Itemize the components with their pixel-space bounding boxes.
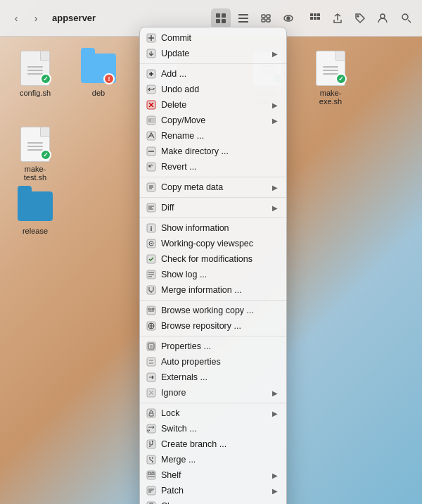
sep-7 [140, 403, 286, 403]
sep-2 [140, 177, 286, 177]
menu-item-shelf[interactable]: Shelf ▶ [140, 467, 286, 483]
switch-label: Switch ... [161, 424, 278, 434]
menu-item-check-for-modifications[interactable]: Check for modifications [140, 251, 286, 267]
menu-item-commit[interactable]: Commit [140, 30, 286, 46]
svg-rect-9 [262, 19, 265, 22]
nav-buttons: ‹ › [7, 9, 45, 27]
menu-item-browse-repository[interactable]: Browse repository ... [140, 318, 286, 334]
menu-item-update[interactable]: Update ▶ [140, 46, 286, 61]
menu-item-revert[interactable]: Revert ... [140, 159, 286, 175]
svg-point-39 [151, 243, 152, 244]
file-item-deb[interactable]: ! deb [77, 51, 120, 97]
lock-label: Lock [161, 408, 268, 418]
grid-view-icon[interactable] [211, 8, 231, 28]
search-button[interactable] [397, 9, 415, 27]
update-icon [146, 48, 157, 59]
file-item-release[interactable]: release [14, 189, 56, 235]
menu-item-undo-add[interactable]: Undo add [140, 82, 286, 97]
properties-label: Properties ... [161, 341, 278, 351]
svg-rect-18 [317, 17, 320, 20]
svg-rect-55 [147, 440, 155, 448]
patch-icon [146, 485, 157, 496]
file-icon-make-exe-sh: ✓ [313, 51, 348, 86]
merge-info-icon [146, 284, 157, 296]
sep-3 [140, 197, 286, 198]
back-button[interactable]: ‹ [7, 9, 25, 27]
svg-line-22 [408, 20, 411, 23]
copy-move-arrow: ▶ [272, 117, 278, 125]
forward-button[interactable]: › [27, 9, 45, 27]
path-view-icon[interactable] [256, 8, 276, 28]
lock-icon [146, 408, 157, 419]
menu-item-delete[interactable]: Delete ▶ [140, 97, 286, 113]
rename-label: Rename ... [161, 131, 278, 141]
menu-item-patch[interactable]: Patch ▶ [140, 483, 286, 498]
menu-item-diff[interactable]: Diff ▶ [140, 200, 286, 215]
menu-item-working-copy-viewspec[interactable]: Working-copy viewspec [140, 236, 286, 251]
menu-item-copy-move[interactable]: Copy/Move ▶ [140, 113, 286, 128]
svg-rect-2 [216, 19, 220, 23]
patch-label: Patch [161, 486, 268, 496]
arrange-icon[interactable] [305, 8, 325, 28]
file-item-make-test-sh[interactable]: ✓ make-test.sh [14, 127, 56, 182]
person-icon[interactable] [373, 8, 392, 28]
undo-add-icon [146, 84, 157, 95]
menu-item-clean[interactable]: Clean ... [140, 498, 286, 504]
menu-item-browse-working-copy[interactable]: Browse working copy ... [140, 303, 286, 318]
view-controls [211, 8, 298, 28]
svg-rect-30 [151, 118, 154, 122]
menu-item-create-branch[interactable]: Create branch ... [140, 436, 286, 452]
delete-label: Delete [161, 100, 268, 110]
menu-item-lock[interactable]: Lock ▶ [140, 405, 286, 421]
menu-item-copy-meta-data[interactable]: Copy meta data ▶ [140, 179, 286, 195]
show-log-icon [146, 269, 157, 280]
share-icon[interactable] [328, 8, 347, 28]
svg-rect-10 [267, 19, 270, 22]
badge-green-make-exe: ✓ [335, 73, 347, 84]
patch-arrow: ▶ [272, 487, 278, 495]
menu-item-show-log[interactable]: Show log ... [140, 267, 286, 282]
menu-item-add[interactable]: Add ... [140, 66, 286, 82]
svg-rect-49 [147, 358, 155, 366]
show-info-label: Show information [161, 223, 278, 233]
commit-label: Commit [161, 33, 278, 43]
context-menu: Commit Update ▶ Add ... Undo add Delete … [139, 27, 287, 504]
diff-label: Diff [161, 203, 268, 213]
list-view-icon[interactable] [234, 8, 253, 28]
clean-label: Clean ... [161, 501, 278, 504]
viewspec-icon [146, 238, 157, 249]
shelf-label: Shelf [161, 470, 268, 480]
menu-item-rename[interactable]: Rename ... [140, 128, 286, 144]
revert-label: Revert ... [161, 162, 278, 172]
tag-icon[interactable] [350, 8, 370, 28]
menu-item-ignore[interactable]: Ignore ▶ [140, 385, 286, 401]
sep-5 [140, 300, 286, 301]
menu-item-switch[interactable]: Switch ... [140, 421, 286, 436]
shelf-arrow: ▶ [272, 472, 278, 479]
copy-move-label: Copy/Move [161, 115, 268, 125]
file-item-config-sh[interactable]: ✓ config.sh [14, 51, 56, 97]
menu-item-auto-properties[interactable]: Auto properties [140, 354, 286, 370]
svg-rect-15 [317, 13, 320, 16]
menu-item-merge-information[interactable]: Merge information ... [140, 282, 286, 298]
menu-item-merge[interactable]: Merge ... [140, 452, 286, 467]
check-mods-label: Check for modifications [161, 254, 278, 264]
menu-item-show-information[interactable]: Show information [140, 220, 286, 236]
action-controls [305, 8, 392, 28]
file-item-make-exe-sh[interactable]: ✓ make-exe.sh [309, 51, 352, 106]
update-label: Update [161, 49, 268, 58]
menu-item-properties[interactable]: Properties ... [140, 339, 286, 354]
menu-item-externals[interactable]: Externals ... [140, 370, 286, 385]
add-label: Add ... [161, 69, 278, 79]
menu-item-make-directory[interactable]: Make directory ... [140, 144, 286, 159]
check-mods-icon [146, 253, 157, 265]
ignore-arrow: ▶ [272, 389, 278, 397]
svg-rect-14 [314, 13, 316, 16]
file-label-make-exe-sh: make-exe.sh [309, 89, 352, 106]
eye-icon[interactable] [279, 8, 298, 28]
svg-rect-3 [222, 19, 226, 23]
commit-icon [146, 32, 157, 44]
externals-icon [146, 372, 157, 383]
ignore-label: Ignore [161, 388, 268, 398]
externals-label: Externals ... [161, 372, 278, 382]
